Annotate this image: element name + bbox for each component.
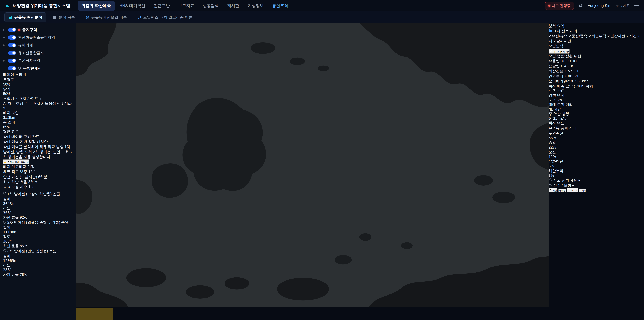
shield-icon [3, 220, 6, 224]
ai-plan-card: 확산 데이터 준비 완료 확산 예측 기반 최적 배치안 확산 예측을 분석하여… [3, 134, 73, 164]
checkbox-shore-attach[interactable]: ✓해안부착 [588, 34, 606, 38]
opacity-value: 50% [3, 82, 10, 86]
vessel-spec-section[interactable]: 사고 선박 제원 ▸ [548, 178, 644, 183]
layer-toggle[interactable] [8, 36, 16, 40]
tab-simulation[interactable]: 시뮬레이션 [41, 101, 60, 106]
sub-tab-bar: 유출유 확산분석 분석 목록 유출유확산모델 이론 오일펜스 배치 알고리즘 이… [0, 12, 644, 24]
apply-plan-button[interactable]: 추천 배치안 적용하기 [3, 159, 29, 164]
incident-status-badge[interactable]: 사고 진행중 [545, 2, 574, 10]
layer-row-tanker-ban: 유조선통항금지 [3, 49, 73, 57]
checkbox-sensitive-resource[interactable]: ✓민감자원 [607, 34, 625, 38]
app-root: 해양환경 위기대응 통합시스템 유출유 확산예측 HNS·대기확산 긴급구난 보… [0, 0, 644, 320]
tab-model-theory[interactable]: 유출유확산모델 이론 [82, 13, 131, 22]
param-min-efficiency: 최소 차단 효율 80 % [3, 179, 73, 184]
checkbox-wind-dir[interactable]: ✓풍향/풍속 [568, 34, 588, 38]
layer-row-nll: 북방한계선 [3, 65, 73, 72]
layer-row-sox-area: ▶ 황산화물배출규제지역 [3, 34, 73, 41]
menu-spill-forecast[interactable]: 유출유 확산예측 [78, 1, 115, 11]
layer-toggle[interactable] [8, 66, 16, 71]
main-spread-direction: NE 42°주 확산 방향 [548, 107, 644, 116]
layer-toggle[interactable] [8, 28, 16, 32]
layer-toggle[interactable] [8, 43, 16, 47]
param-current-orthogonal: 해류 직교 보정 15 ° [3, 169, 73, 174]
boom-guide-header[interactable]: 오일펜스 배치 가이드 ▼ [3, 96, 73, 101]
polygon-analysis-button[interactable]: 다각형 분석수행 [548, 49, 570, 54]
brightness-label: 밝기 [3, 87, 10, 91]
content-area: ▶ 금지구역 ▶ 황산화물배출규제지역 ▶ 유처리제 유조선통항금지 [0, 24, 644, 320]
expand-chevron-icon[interactable]: ▶ [3, 28, 6, 31]
document-icon [567, 188, 570, 191]
menu-aerial-search[interactable]: 항공탐색 [199, 1, 222, 11]
people-icon [548, 183, 552, 187]
tab-analysis-list[interactable]: 분석 목록 [49, 13, 79, 22]
priority-badge: 보통 [49, 249, 56, 253]
layer-toggle[interactable] [8, 59, 16, 63]
sliders-icon [548, 29, 552, 32]
tab-reset[interactable]: 초기화 [61, 101, 72, 106]
menu-reports[interactable]: 보고자료 [174, 1, 198, 11]
priority-badge: 긴급 [53, 192, 60, 196]
expand-chevron-icon[interactable]: ▶ [3, 36, 6, 39]
notification-bell-icon[interactable] [578, 3, 584, 9]
restricted-zone-dot-icon [18, 29, 20, 31]
hamburger-menu-icon[interactable] [634, 4, 639, 8]
recalculate-button[interactable]: 재계산 [558, 189, 566, 192]
report-button[interactable]: 보고서 [567, 188, 578, 192]
expand-chevron-icon[interactable]: ▶ [3, 44, 6, 47]
menu-hns[interactable]: HNS·대기확산 [116, 1, 149, 11]
incident-dot-icon [548, 5, 550, 7]
layer-toggle[interactable] [8, 51, 16, 55]
predict-button[interactable]: ✓ 예측 [579, 189, 587, 192]
logout-button[interactable]: 로그아웃 [616, 3, 630, 8]
map-viewport[interactable]: 여수시 우두리 화양면 돌산읍 여자만 갯벌보호구역 (6h) 송포 해수욕장 … [76, 24, 548, 320]
collapse-chevron-icon[interactable]: ▼ [39, 97, 42, 100]
weathering-emulsification: 유화침전 5% [548, 159, 644, 168]
param-input[interactable]: 1 [28, 185, 30, 189]
stat-avg-efficiency: 85% 평균 효율 [3, 125, 73, 134]
tab-boom-algorithm-theory[interactable]: 오일펜스 배치 알고리즘 이론 [133, 13, 196, 22]
expand-chevron-icon[interactable]: ▶ [3, 59, 6, 62]
layer-row-restricted-zone: ▶ 금지구역 [3, 26, 73, 34]
defense-line-card-1[interactable]: 1차 방어선 (고강도 차단형) 긴급 길이8043m 각도303° 차단 효율… [3, 191, 73, 220]
algorithm-settings-header: 배치 알고리즘 설정 [3, 164, 73, 169]
menu-board[interactable]: 게시판 [224, 1, 243, 11]
defense-line-card-3[interactable]: 3차 방어선 (연안 경량형) 보통 길이12065m 각도288° 차단 효율… [3, 248, 73, 277]
tab-ai-auto[interactable]: AI 자동 추천 [3, 101, 23, 106]
tab-spill-analysis[interactable]: 유출유 확산분석 [4, 13, 46, 22]
efficiency-status: 차단 효율 85% [3, 243, 73, 248]
boom-stats: 3 배치 라인 31.3km 총 길이 85% 평균 효율 [3, 106, 73, 134]
wing-logo-icon [5, 4, 10, 8]
checkbox-current-dir[interactable]: ✓유향/유속 [548, 34, 568, 38]
brightness-slider-row: 밝기 50% [3, 87, 73, 96]
tab-manual[interactable]: 수동 배치 [24, 101, 40, 106]
main-menu: 유출유 확산예측 HNS·대기확산 긴급구난 보고자료 항공탐색 게시판 기상정… [78, 1, 542, 11]
layer-settings-icon[interactable] [68, 50, 73, 55]
efficiency-status: 차단 효율 78% [3, 272, 73, 277]
opacity-slider-row: 투명도 50% [3, 77, 73, 87]
opacity-label: 투명도 [3, 78, 14, 82]
nav-right: 사고 진행중 Eunjeong Kim 로그아웃 [545, 2, 639, 10]
shield-icon [18, 67, 21, 70]
menu-integrated-search[interactable]: 통합조회 [268, 1, 292, 11]
plan-description: 확산 예측을 분석하여 해류 직교 방향 1차 방어선, 남향 포위 2차 방어… [3, 144, 73, 159]
shield-theory-icon [137, 16, 141, 19]
tab-analysis-summary[interactable]: 분석 요약 [548, 24, 644, 29]
owner-insurance-section[interactable]: 선주 / 보험 ▸ [548, 183, 644, 188]
defense-line-card-2[interactable]: 2차 방어선 (외해용 중형 포위형) 중요 길이11180m 각도303° 차… [3, 220, 73, 248]
param-input[interactable]: 15 [28, 170, 33, 174]
boom-guide-title: 오일펜스 배치 가이드 [3, 96, 38, 101]
save-button[interactable]: 저장 [548, 188, 557, 192]
pollution-status-section: 오염 종합 상황 위험 유출량10.00 kl 증발량0.43 kl 해상잔존9… [548, 54, 644, 84]
param-input[interactable]: 60 [38, 175, 42, 179]
layer-row-drone-ban: ▶ 드론금지구역 [3, 57, 73, 65]
menu-weather-info[interactable]: 기상정보 [244, 1, 267, 11]
basemap [76, 24, 548, 307]
menu-rescue[interactable]: 긴급구난 [150, 1, 174, 11]
danger-badge: 위험 [586, 84, 593, 88]
evaporated-amount: 증발량0.43 kl [548, 64, 644, 69]
checkbox-weather-time[interactable]: ✓날씨시간 [553, 39, 571, 43]
priority-badge: 중요 [61, 220, 68, 224]
sensitive-zone-layer [76, 308, 548, 320]
param-input[interactable]: 80 [28, 180, 33, 184]
sensitive-zone-circle [76, 308, 113, 320]
